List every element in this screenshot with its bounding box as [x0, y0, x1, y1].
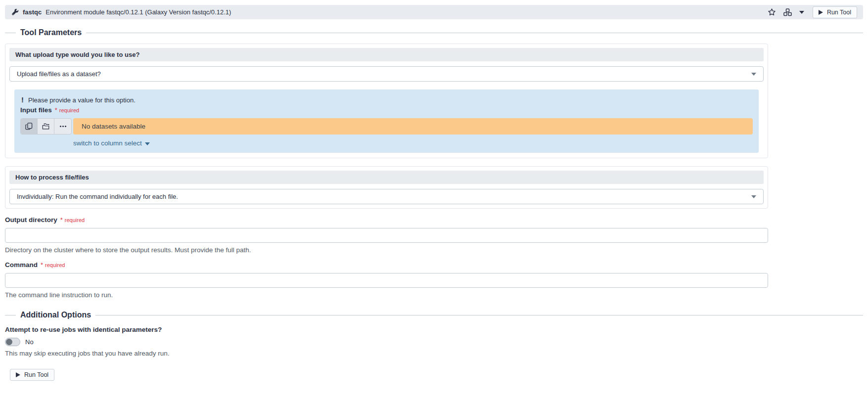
versions-cubes-icon[interactable]: [783, 8, 792, 16]
process-mode-select[interactable]: Invdividually: Run the command individua…: [9, 189, 764, 204]
reuse-jobs-help: This may skip executing jobs that you ha…: [5, 350, 768, 357]
reuse-jobs-field: Attempt to re-use jobs with identical pa…: [5, 326, 768, 357]
required-marker: *: [55, 106, 57, 114]
upload-type-question: What upload type would you like to use?: [9, 48, 764, 61]
chevron-down-icon: [751, 73, 756, 76]
additional-options-title: Additional Options: [20, 311, 91, 319]
process-mode-selected-value: Invdividually: Run the command individua…: [17, 193, 178, 200]
caret-down-icon: [145, 142, 150, 145]
tool-header-actions: Run Tool: [768, 6, 857, 18]
reuse-jobs-state: No: [25, 338, 34, 346]
command-field: Command * required The command line inst…: [5, 261, 768, 299]
copy-icon: [25, 123, 33, 130]
heading-rule: [5, 315, 16, 315]
tool-form: What upload type would you like to use? …: [5, 44, 768, 299]
play-icon: [16, 372, 20, 377]
output-directory-label: Output directory: [5, 216, 57, 224]
heading-rule: [5, 33, 16, 33]
additional-options-heading: Additional Options: [5, 311, 863, 319]
heading-rule: [86, 33, 863, 33]
input-files-label: Input files: [20, 106, 52, 114]
output-directory-input[interactable]: [5, 228, 768, 243]
output-directory-field: Output directory * required Directory on…: [5, 216, 768, 254]
command-help: The command line instruction to run.: [5, 291, 768, 299]
command-input[interactable]: [5, 273, 768, 288]
alert-message: Please provide a value for this option.: [28, 96, 136, 104]
no-datasets-warning: No datasets available: [73, 118, 753, 135]
heading-rule: [95, 315, 863, 315]
command-label: Command: [5, 261, 38, 269]
favorite-star-icon[interactable]: [768, 8, 776, 16]
dataset-picker-row: No datasets available: [20, 118, 753, 135]
tool-parameters-heading: Tool Parameters: [5, 28, 863, 37]
dataset-source-button-group: [20, 118, 72, 135]
reuse-jobs-toggle-row: No: [5, 338, 768, 346]
process-mode-label: How to process file/files: [9, 171, 764, 184]
no-datasets-message: No datasets available: [82, 123, 145, 130]
alert-message-row: ! Please provide a value for this option…: [20, 95, 753, 104]
tool-title: fastqc Environment module fastqc/0.12.1 …: [12, 8, 231, 16]
reuse-jobs-toggle[interactable]: [5, 338, 20, 346]
upload-type-selected-value: Upload file/files as a dataset?: [17, 70, 101, 78]
run-tool-button-bottom[interactable]: Run Tool: [10, 369, 54, 381]
switch-link-label: switch to column select: [73, 139, 142, 147]
ellipsis-icon: [60, 126, 66, 127]
browse-more-button[interactable]: [54, 119, 71, 134]
folder-icon: [42, 123, 50, 130]
required-text: required: [45, 262, 65, 268]
select-datasets-button[interactable]: [21, 119, 38, 134]
options-caret-down-icon[interactable]: [799, 11, 804, 14]
exclamation-icon: !: [21, 95, 24, 104]
process-mode-section: How to process file/files Invdividually:…: [5, 166, 768, 209]
run-tool-label: Run Tool: [24, 371, 48, 378]
required-marker: *: [41, 261, 43, 269]
toggle-knob: [6, 339, 12, 345]
tool-description: Environment module fastqc/0.12.1 (Galaxy…: [46, 8, 231, 16]
tool-form-page: fastqc Environment module fastqc/0.12.1 …: [0, 0, 868, 386]
switch-to-column-select-link[interactable]: switch to column select: [73, 139, 150, 147]
run-tool-label: Run Tool: [827, 9, 851, 16]
tool-name: fastqc: [23, 8, 42, 16]
output-directory-help: Directory on the cluster where to store …: [5, 246, 768, 254]
chevron-down-icon: [751, 195, 756, 198]
additional-options-form: Attempt to re-use jobs with identical pa…: [5, 326, 768, 381]
wrench-icon: [12, 9, 19, 16]
tool-parameters-title: Tool Parameters: [20, 28, 82, 37]
required-text: required: [59, 107, 79, 113]
run-tool-button-top[interactable]: Run Tool: [813, 6, 857, 18]
tool-header-bar: fastqc Environment module fastqc/0.12.1 …: [5, 5, 863, 19]
input-files-label-row: Input files * required: [20, 106, 753, 114]
upload-type-section: What upload type would you like to use? …: [5, 44, 768, 158]
reuse-jobs-label: Attempt to re-use jobs with identical pa…: [5, 326, 768, 333]
required-text: required: [65, 217, 85, 223]
select-collection-button[interactable]: [38, 119, 54, 134]
required-marker: *: [60, 216, 63, 224]
input-files-alert: ! Please provide a value for this option…: [14, 90, 759, 153]
upload-type-select[interactable]: Upload file/files as a dataset?: [9, 66, 764, 82]
play-icon: [819, 10, 823, 15]
